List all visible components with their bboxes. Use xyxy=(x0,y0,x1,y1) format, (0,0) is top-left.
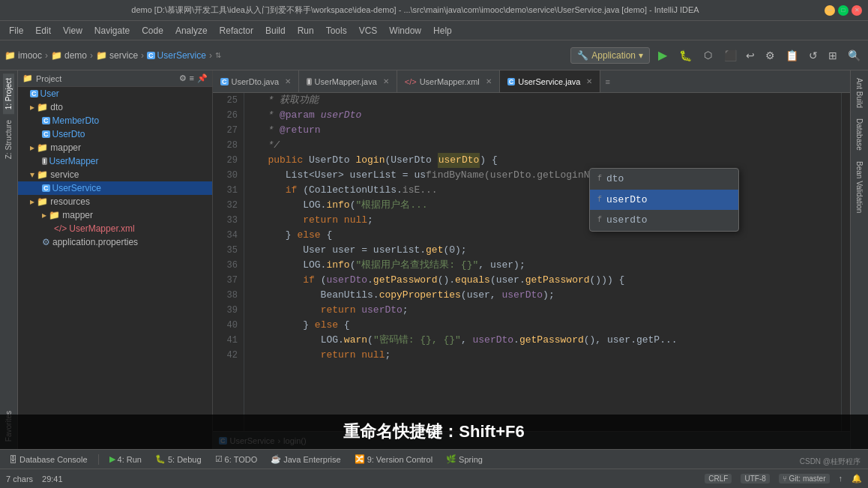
tab-userservice-close[interactable]: ✕ xyxy=(586,77,592,85)
search-button[interactable]: 🔍 xyxy=(845,48,864,63)
menu-item-navigate[interactable]: Navigate xyxy=(88,24,136,37)
folder-icon: 📁 xyxy=(96,50,107,61)
ac-item-dto[interactable]: f dto xyxy=(590,169,738,190)
tree-item-dto[interactable]: ▸ 📁 dto xyxy=(18,100,212,114)
menu-item-code[interactable]: Code xyxy=(136,24,169,37)
tab-usermapper[interactable]: I UserMapper.java ✕ xyxy=(299,70,397,92)
tree-item-mapper-res[interactable]: ▸ 📁 mapper xyxy=(18,208,212,222)
minimize-button[interactable]: ─ xyxy=(825,5,835,16)
project-tab[interactable]: 1: Project xyxy=(3,73,14,114)
ac-item-userdto-lower[interactable]: f userdto xyxy=(590,210,738,231)
tree-item-memberdto[interactable]: C MemberDto xyxy=(18,114,212,127)
app-dropdown[interactable]: 🔧 Application ▾ xyxy=(570,47,650,64)
java-enterprise-tab[interactable]: ☕ Java Enterprise xyxy=(265,453,346,466)
tab-userservice[interactable]: C UserService.java ✕ xyxy=(500,70,601,92)
copy-button[interactable]: 📋 xyxy=(783,48,801,63)
tree-settings-icon[interactable]: ⚙ xyxy=(179,73,187,83)
tree-item-userdto[interactable]: C UserDto xyxy=(18,127,212,141)
breadcrumb-demo[interactable]: 📁 demo xyxy=(51,50,87,61)
code-content[interactable]: * 获取功能 * @param userDto * @return */ pub xyxy=(244,93,841,431)
ac-userdto-lower-icon: f xyxy=(597,214,602,226)
app-icon: 🔧 xyxy=(577,50,588,61)
spring-tab[interactable]: 🌿 Spring xyxy=(440,453,489,466)
menu-item-run[interactable]: Run xyxy=(292,24,320,37)
crlf-badge[interactable]: CRLF xyxy=(705,474,732,484)
ac-item-userdto[interactable]: f userDto xyxy=(590,190,738,211)
git-badge[interactable]: ⑂ Git: master xyxy=(779,474,830,484)
menu-item-file[interactable]: File xyxy=(3,24,29,37)
upload-icon[interactable]: ↑ xyxy=(839,474,843,484)
menu-item-help[interactable]: Help xyxy=(427,24,458,37)
coverage-button[interactable]: ⬡ xyxy=(698,46,717,65)
tree-gear-icon[interactable]: ≡ xyxy=(190,73,194,83)
menu-item-view[interactable]: View xyxy=(57,24,88,37)
folder-icon: 📁 xyxy=(4,50,16,61)
coverage-icon: ⬡ xyxy=(704,49,712,61)
menu-item-build[interactable]: Build xyxy=(259,24,292,37)
tab-more[interactable]: ≡ xyxy=(600,70,614,92)
settings-button[interactable]: ⚙ xyxy=(762,48,778,63)
tab-usermapper-xml[interactable]: </> UserMapper.xml ✕ xyxy=(397,70,500,92)
vcs-button[interactable]: ↩ xyxy=(743,48,758,63)
todo-tab[interactable]: ☑ 6: TODO xyxy=(209,453,264,466)
code-line-33: return null; xyxy=(250,213,835,228)
tab-c-icon: C xyxy=(220,78,229,85)
structure-tab[interactable]: Z: Structure xyxy=(3,115,14,163)
menu-item-tools[interactable]: Tools xyxy=(320,24,353,37)
database-tab[interactable]: Database xyxy=(852,114,867,155)
tree-item-user[interactable]: C User xyxy=(18,87,212,100)
maximize-button[interactable]: □ xyxy=(838,5,849,16)
menu-item-window[interactable]: Window xyxy=(383,24,427,37)
tree-item-userservice[interactable]: C UserService xyxy=(18,181,212,195)
tree-item-application-props[interactable]: ⚙ application.properties xyxy=(18,235,212,249)
toolbar-right: ↩ ⚙ 📋 ↺ ⊞ 🔍 xyxy=(743,48,864,63)
autocomplete-popup[interactable]: f dto f userDto f userdto xyxy=(589,168,739,232)
tree-item-usermapper-xml[interactable]: </> UserMapper.xml xyxy=(18,222,212,235)
menu-item-refactor[interactable]: Refactor xyxy=(214,24,259,37)
database-console-tab[interactable]: 🗄 Database Console xyxy=(3,454,94,466)
code-editor[interactable]: 25 26 27 28 29 30 31 32 33 34 35 36 37 3… xyxy=(213,93,850,431)
encoding-badge[interactable]: UTF-8 xyxy=(741,474,769,484)
tab-userservice-label: UserService.java xyxy=(518,77,580,86)
close-button[interactable]: ✕ xyxy=(852,5,862,16)
project-icon: 📁 xyxy=(22,73,33,83)
file-tree: 📁 Project ⚙ ≡ 📌 C User ▸ 📁 dto C MemberD… xyxy=(18,70,213,449)
tab-usermapper-xml-close[interactable]: ✕ xyxy=(486,77,492,85)
breadcrumb-imooc[interactable]: 📁 imooc xyxy=(4,50,42,61)
menu-item-vcs[interactable]: VCS xyxy=(353,24,384,37)
left-side-tabs: 1: Project Z: Structure Favorites xyxy=(0,70,18,449)
tree-item-resources[interactable]: ▸ 📁 resources xyxy=(18,195,212,208)
grid-button[interactable]: ⊞ xyxy=(825,48,840,63)
tree-item-usermapper[interactable]: I UserMapper xyxy=(18,154,212,168)
ant-build-tab[interactable]: Ant Build xyxy=(852,73,867,112)
breadcrumb-service[interactable]: 📁 service xyxy=(96,50,138,61)
run-button[interactable]: ▶ xyxy=(653,46,672,65)
right-gutter xyxy=(841,93,850,431)
tree-item-service-folder[interactable]: ▾ 📁 service xyxy=(18,168,212,181)
window-controls: ─ □ ✕ xyxy=(825,5,862,16)
debug-button[interactable]: 🐛 xyxy=(675,46,695,65)
debug-tab[interactable]: 🐛 5: Debug xyxy=(149,453,208,466)
spring-icon: 🌿 xyxy=(446,454,456,464)
code-line-36: LOG.info("根据用户名查找结果: {}", user); xyxy=(250,258,835,273)
code-line-30: List<User> userList = usfindByName(userD… xyxy=(250,168,835,183)
bean-validation-tab[interactable]: Bean Validation xyxy=(852,157,867,217)
tab-usermapper-close[interactable]: ✕ xyxy=(383,77,389,85)
alarm-icon[interactable]: 🔔 xyxy=(852,474,862,484)
version-control-tab[interactable]: 🔀 9: Version Control xyxy=(349,453,438,466)
tab-userdto-close[interactable]: ✕ xyxy=(285,77,291,85)
run-tab[interactable]: ▶ 4: Run xyxy=(103,453,148,466)
tab-usermapper-xml-label: UserMapper.xml xyxy=(420,77,480,86)
tree-pin-icon[interactable]: 📌 xyxy=(197,73,208,83)
menu-item-analyze[interactable]: Analyze xyxy=(169,24,214,37)
menu-item-edit[interactable]: Edit xyxy=(29,24,57,37)
stop-icon: ⬛ xyxy=(724,49,737,61)
stop-button[interactable]: ⬛ xyxy=(720,46,740,65)
tab-userdto[interactable]: C UserDto.java ✕ xyxy=(213,70,299,92)
tree-item-mapper-folder[interactable]: ▸ 📁 mapper xyxy=(18,141,212,154)
folder-icon: ▸ 📁 xyxy=(30,142,48,153)
undo-button[interactable]: ↺ xyxy=(806,48,821,63)
breadcrumb-userservice[interactable]: C UserService xyxy=(147,50,206,61)
tab-c-icon: C xyxy=(507,78,516,85)
folder-icon: ▸ 📁 xyxy=(42,210,60,220)
